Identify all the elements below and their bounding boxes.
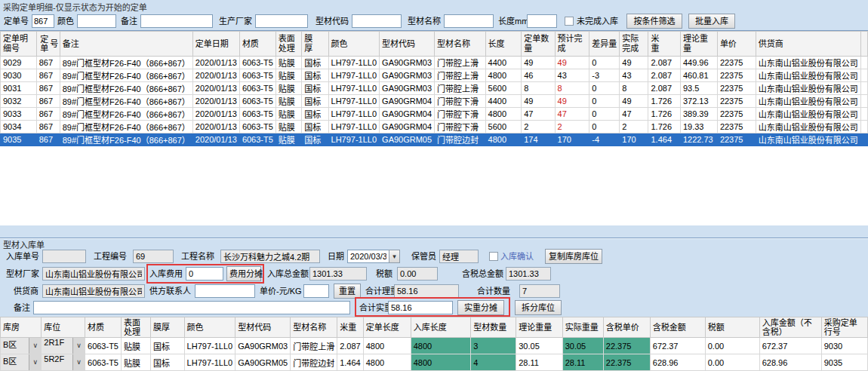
length-filter-input[interactable]	[527, 14, 557, 28]
cell-mw[interactable]: 1.726	[648, 121, 680, 133]
column-header-diff[interactable]: 差异量	[589, 32, 620, 57]
cell-material[interactable]: 6063-T5	[85, 354, 122, 371]
cell-surface[interactable]: 贴膜	[122, 338, 151, 354]
combo-arrow-icon[interactable]	[29, 338, 41, 354]
column-header-line[interactable]: 采购定单行号	[821, 317, 867, 338]
cell-name[interactable]: 门带腔上滑	[435, 69, 485, 82]
column-header-tw[interactable]: 理论重量	[680, 32, 717, 57]
cell-supplier[interactable]: 山东南山铝业股份有限公司	[756, 57, 860, 69]
column-header-price[interactable]: 单价	[717, 32, 756, 57]
cell-color[interactable]: LH797-1LL0	[328, 82, 380, 95]
cell-net[interactable]: 672.37	[759, 338, 821, 354]
cell-tw[interactable]: 28.11	[516, 354, 562, 371]
cell-mw[interactable]: 1.464	[337, 354, 364, 371]
cell-loc[interactable]: 2R1F	[42, 338, 85, 354]
column-header-aw[interactable]: 实际重量	[562, 317, 603, 338]
cell-len[interactable]: 4800	[485, 108, 522, 121]
column-header-mw[interactable]: 米重	[337, 317, 364, 338]
cell-color[interactable]: LH797-1LL0	[328, 69, 380, 82]
cell-material[interactable]: 6063-T5	[239, 82, 275, 95]
cell-amount[interactable]: 628.96	[650, 354, 705, 371]
cell-note[interactable]: 89#门框型材F26-F40（866+867）	[60, 82, 192, 95]
factory-filter-input[interactable]	[255, 14, 308, 28]
cell-qty[interactable]: 8	[522, 82, 555, 95]
cell-note[interactable]: 89#门框型材F26-F40（866+867）	[60, 121, 192, 133]
cell-note[interactable]: 89#门框型材F26-F40（866+867）	[60, 69, 192, 82]
cell-film[interactable]: 国标	[151, 354, 185, 371]
tax-field[interactable]	[397, 267, 438, 281]
table-row[interactable]: 903486789#门框型材F26-F40（866+867）2020/01/13…	[1, 121, 868, 133]
cell-material[interactable]: 6063-T5	[239, 69, 275, 82]
cell-color[interactable]: LH797-1LL0	[328, 108, 380, 121]
cell-surface[interactable]: 贴膜	[275, 82, 301, 95]
cell-surface[interactable]: 贴膜	[275, 108, 301, 121]
cell-material[interactable]: 6063-T5	[239, 121, 275, 133]
cell-qty[interactable]: 47	[522, 108, 555, 121]
note-filter-input[interactable]	[140, 14, 213, 28]
cell-color[interactable]: LH797-1LL0	[328, 57, 380, 69]
cell-order[interactable]: 867	[36, 95, 60, 108]
cell-order[interactable]: 867	[36, 69, 60, 82]
cell-tax[interactable]: 0.00	[705, 338, 759, 354]
table-row[interactable]: 903286789#门框型材F26-F40（866+867）2020/01/13…	[1, 95, 868, 108]
cell-tw[interactable]: 93.5	[680, 82, 717, 95]
cell-price[interactable]: 22375	[717, 133, 756, 146]
cell-actual[interactable]: 8	[620, 82, 648, 95]
filter-by-condition-button[interactable]: 按条件筛选	[626, 14, 682, 29]
table-row[interactable]: 902986789#门框型材F26-F40（866+867）2020/01/13…	[1, 57, 868, 69]
cell-price[interactable]: 22375	[717, 69, 756, 82]
cell-amount[interactable]: 672.37	[650, 338, 705, 354]
cell-supplier[interactable]: 山东南山铝业股份有限公司	[756, 69, 860, 82]
total-aweight-field[interactable]	[388, 301, 453, 314]
cell-date[interactable]: 2020/01/13	[192, 82, 239, 95]
column-header-loc[interactable]: 库位	[42, 317, 85, 338]
cell-color[interactable]: LH797-1LL0	[328, 121, 380, 133]
cell-x[interactable]	[860, 69, 867, 82]
column-header-name[interactable]: 型材名称	[435, 32, 485, 57]
column-header-name[interactable]: 型材名称	[291, 317, 337, 338]
cell-mw[interactable]: 2.087	[337, 338, 364, 354]
cell-film[interactable]: 国标	[302, 121, 328, 133]
cell-material[interactable]: 6063-T5	[239, 57, 275, 69]
column-header-tax[interactable]: 税额	[705, 317, 759, 338]
cell-film[interactable]: 国标	[151, 338, 185, 354]
cell-x[interactable]	[860, 95, 867, 108]
material-factory-field[interactable]	[42, 267, 145, 281]
cell-mw[interactable]: 1.464	[648, 133, 680, 146]
combo-arrow-icon[interactable]	[29, 354, 41, 370]
cell-name[interactable]: 门带腔下滑	[435, 121, 485, 133]
cell-order[interactable]: 867	[36, 82, 60, 95]
cell-material[interactable]: 6063-T5	[239, 108, 275, 121]
cell-mw[interactable]: 2.087	[648, 57, 680, 69]
cell-date[interactable]: 2020/01/13	[192, 69, 239, 82]
cell-qty[interactable]: 49	[522, 57, 555, 69]
cell-len[interactable]: 5600	[485, 121, 522, 133]
entry-no-field[interactable]	[42, 250, 86, 263]
column-header-note[interactable]: 备注	[60, 32, 192, 57]
unit-price-field[interactable]	[303, 284, 329, 298]
cell-tax[interactable]: 0.00	[705, 354, 759, 371]
cell-len[interactable]: 4800	[485, 69, 522, 82]
cell-code[interactable]: GA90GRM03	[380, 57, 435, 69]
column-header-len[interactable]: 长度	[485, 32, 522, 57]
column-header-date[interactable]: 定单日期	[192, 32, 239, 57]
cell-code[interactable]: GA90GRM03	[235, 338, 291, 354]
cell-id[interactable]: 9031	[1, 82, 37, 95]
cell-id[interactable]: 9032	[1, 95, 37, 108]
cell-forecast[interactable]: 170	[555, 133, 589, 146]
cell-supplier[interactable]: 山东南山铝业股份有限公司	[756, 95, 860, 108]
cell-supplier[interactable]: 山东南山铝业股份有限公司	[756, 133, 860, 146]
cell-id[interactable]: 9035	[1, 133, 37, 146]
cell-diff[interactable]: 0	[589, 121, 620, 133]
batch-inbound-button[interactable]: 批量入库	[688, 14, 735, 29]
cell-actual[interactable]: 43	[620, 69, 648, 82]
cell-tw[interactable]: 372.13	[680, 95, 717, 108]
cell-len[interactable]: 4800	[485, 133, 522, 146]
cell-price[interactable]: 22375	[717, 108, 756, 121]
column-header-code[interactable]: 型材代码	[380, 32, 435, 57]
cell-code[interactable]: GA90GRM03	[380, 82, 435, 95]
cell-material[interactable]: 6063-T5	[85, 338, 122, 354]
cell-aw[interactable]: 28.11	[562, 354, 603, 371]
column-header-x[interactable]	[860, 32, 867, 57]
cell-qty[interactable]: 3	[471, 338, 516, 354]
